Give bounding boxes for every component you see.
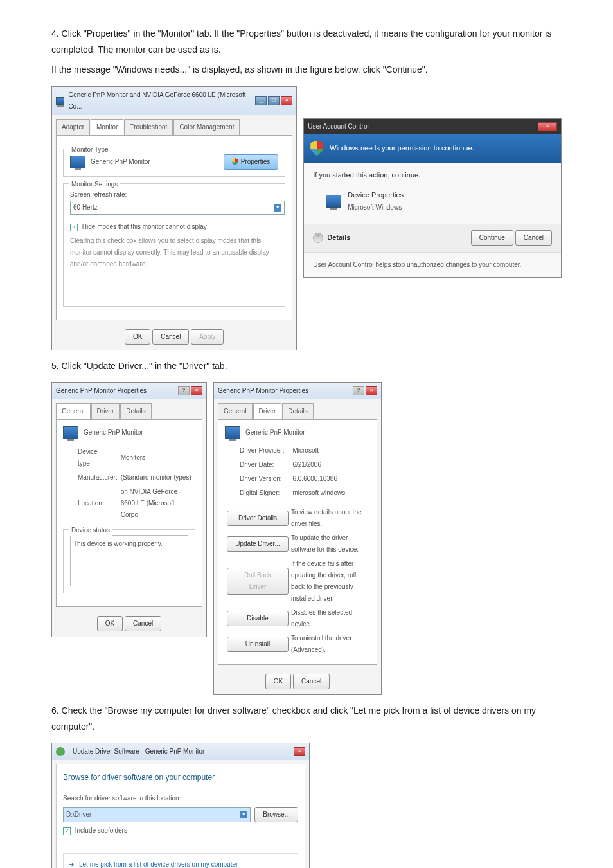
browse-driver-dialog: Update Driver Software - Generic PnP Mon… — [51, 743, 310, 868]
close-button-3[interactable]: × — [366, 386, 377, 395]
cancel-button-3[interactable]: Cancel — [293, 674, 330, 689]
uac-close-button[interactable]: × — [538, 122, 557, 131]
monitor-icon — [70, 156, 85, 168]
manufacturer-label: Manufacturer: — [77, 471, 119, 484]
arrow-icon: ➔ — [69, 859, 74, 868]
browse-title: Update Driver Software - Generic PnP Mon… — [73, 746, 204, 757]
location-label: Location: — [77, 485, 119, 521]
include-subfolders-label: Include subfolders — [75, 827, 127, 834]
cancel-button-2[interactable]: Cancel — [125, 616, 161, 631]
device-type-value: Monitors — [120, 446, 194, 470]
signer-label: Digital Signer: — [239, 487, 290, 500]
dialog-title-driver: Generic PnP Monitor Properties — [218, 385, 308, 397]
search-label: Search for driver software in this locat… — [63, 793, 298, 804]
uac-title: User Account Control — [308, 121, 369, 132]
pick-from-list-link[interactable]: Let me pick from a list of device driver… — [79, 859, 292, 868]
uac-publisher: Microsoft Windows — [348, 202, 404, 213]
dialog-title: Generic PnP Monitor and NVIDIA GeForce 6… — [68, 89, 251, 113]
disable-desc: Disables the selected device. — [290, 606, 369, 631]
tab-general[interactable]: General — [56, 403, 91, 419]
hide-modes-label: Hide modes that this monitor cannot disp… — [82, 223, 207, 230]
monitor-name: Generic PnP Monitor — [91, 156, 150, 168]
chevron-down-icon: ▼ — [274, 204, 281, 212]
monitor-name-3: Generic PnP Monitor — [245, 427, 305, 439]
cancel-button[interactable]: Cancel — [152, 329, 189, 345]
driver-details-button[interactable]: Driver Details — [227, 511, 289, 526]
tab-general-2[interactable]: General — [218, 403, 253, 419]
manufacturer-value: (Standard monitor types) — [120, 471, 194, 484]
tab-driver-1[interactable]: Driver — [91, 403, 120, 419]
uac-if-started: If you started this action, continue. — [313, 169, 552, 182]
ok-button-2[interactable]: OK — [97, 616, 123, 631]
step4-text2: If the message "Windows needs..." is dis… — [51, 62, 562, 78]
location-value: on NVIDIA GeForce 6600 LE (Microsoft Cor… — [120, 485, 194, 521]
monitor-name-2: Generic PnP Monitor — [84, 427, 143, 439]
tab-adapter[interactable]: Adapter — [56, 119, 90, 135]
dialog-title-general: Generic PnP Monitor Properties — [56, 385, 147, 397]
monitor-icon-3 — [225, 426, 240, 439]
device-icon — [326, 195, 341, 208]
close-button-4[interactable]: × — [294, 747, 305, 756]
tab-details-1[interactable]: Details — [120, 403, 152, 419]
tab-details-2[interactable]: Details — [282, 403, 314, 419]
maximize-button[interactable]: □ — [268, 96, 280, 105]
chevron-down-icon-2: ▼ — [240, 811, 247, 818]
device-status-label: Device status — [69, 525, 112, 536]
step6-text: 6. Check the "Browse my computer for dri… — [51, 703, 562, 735]
uac-cancel-button[interactable]: Cancel — [515, 230, 552, 246]
close-button[interactable]: × — [281, 96, 292, 105]
refresh-rate-select[interactable]: 60 Hertz▼ — [70, 201, 285, 215]
hide-modes-desc: Clearing this check box allows you to se… — [70, 235, 278, 270]
device-type-label: Device type: — [77, 446, 119, 470]
tab-driver-2[interactable]: Driver — [253, 403, 282, 419]
include-subfolders-checkbox[interactable]: ✓ — [63, 827, 71, 835]
version-label: Driver Version: — [239, 473, 290, 485]
tab-troubleshoot[interactable]: Troubleshoot — [124, 119, 173, 135]
uninstall-desc: To uninstall the driver (Advanced). — [290, 632, 369, 656]
signer-value: microsoft windows — [292, 487, 346, 500]
properties-button[interactable]: Properties — [224, 154, 279, 170]
step4-text1: 4. Click "Properties" in the "Monitor" t… — [51, 26, 562, 58]
back-icon[interactable] — [56, 747, 65, 756]
tab-color-management[interactable]: Color Management — [173, 119, 240, 135]
date-value: 6/21/2006 — [292, 458, 346, 471]
continue-button[interactable]: Continue — [471, 230, 513, 246]
path-select[interactable]: D:\Driver▼ — [63, 807, 251, 822]
date-label: Driver Date: — [239, 458, 290, 471]
uac-footer-text: User Account Control helps stop unauthor… — [304, 252, 561, 277]
provider-label: Driver Provider: — [239, 444, 290, 457]
app-icon — [56, 97, 64, 105]
browse-button[interactable]: Browse... — [254, 807, 298, 822]
uac-device-properties: Device Properties — [348, 189, 404, 202]
uac-dialog: User Account Control × Windows needs you… — [303, 118, 562, 278]
monitor-settings-label: Monitor Settings — [69, 179, 120, 190]
shield-icon — [310, 141, 323, 156]
ok-button-3[interactable]: OK — [265, 674, 291, 689]
ok-button[interactable]: OK — [125, 329, 150, 345]
help-button-2[interactable]: ? — [353, 386, 364, 395]
rollback-driver-desc: If the device fails after updating the d… — [290, 557, 369, 605]
minimize-button[interactable]: _ — [255, 96, 267, 105]
monitor-icon-2 — [63, 426, 78, 439]
disable-button[interactable]: Disable — [227, 611, 289, 626]
close-button-2[interactable]: × — [191, 386, 202, 395]
step5-text: 5. Click "Update Driver..." in the "Driv… — [51, 358, 562, 374]
monitor-type-label: Monitor Type — [69, 144, 111, 156]
version-value: 6.0.6000.16386 — [292, 473, 346, 485]
monitor-properties-dialog: Generic PnP Monitor and NVIDIA GeForce 6… — [51, 86, 297, 350]
update-driver-button[interactable]: Update Driver... — [227, 536, 289, 552]
details-chevron-icon[interactable]: ˅ — [313, 233, 323, 243]
hide-modes-checkbox[interactable]: ✓ — [70, 224, 78, 231]
uninstall-button[interactable]: Uninstall — [227, 637, 289, 652]
apply-button[interactable]: Apply — [191, 329, 224, 345]
properties-general-dialog: Generic PnP Monitor Properties ? × Gener… — [51, 382, 207, 637]
browse-heading: Browse for driver software on your compu… — [63, 771, 298, 785]
help-button[interactable]: ? — [178, 386, 190, 395]
properties-driver-dialog: Generic PnP Monitor Properties ? × Gener… — [213, 382, 382, 695]
rollback-driver-button[interactable]: Roll Back Driver — [227, 568, 289, 595]
provider-value: Microsoft — [292, 444, 346, 457]
uac-details-toggle[interactable]: Details — [327, 231, 350, 244]
device-status-box: This device is working properly. — [70, 535, 188, 586]
driver-details-desc: To view details about the driver files. — [290, 506, 369, 530]
tab-monitor[interactable]: Monitor — [91, 119, 123, 135]
